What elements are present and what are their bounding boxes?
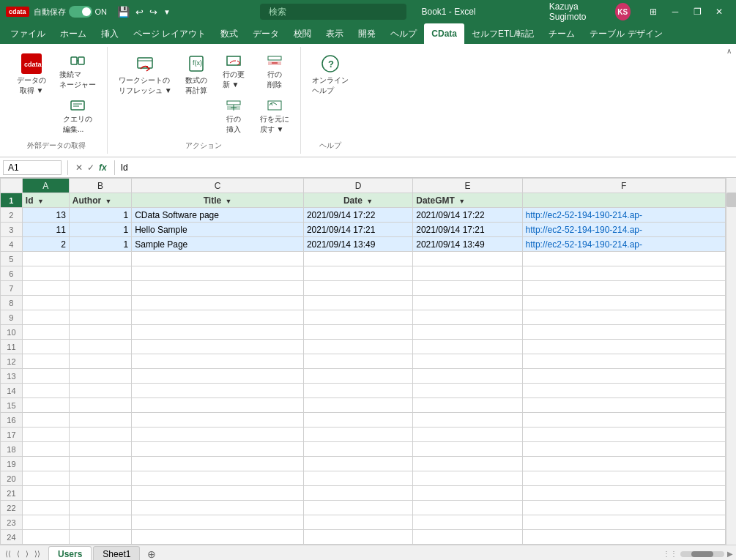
get-data-button[interactable]: cdata データの取得 ▼ bbox=[12, 50, 51, 100]
cell-b3[interactable]: 1 bbox=[69, 223, 131, 237]
id-filter-arrow[interactable]: ▼ bbox=[37, 198, 44, 205]
insert-row-button[interactable]: 行の挿入 bbox=[215, 94, 252, 138]
sheet-nav-prev[interactable]: ⟨ bbox=[15, 550, 22, 558]
undo-icon[interactable]: ↩ bbox=[135, 7, 144, 18]
refresh-new-button[interactable]: 行の更新 ▼ bbox=[215, 50, 252, 93]
cell-e4[interactable]: 2021/09/14 13:49 bbox=[413, 237, 522, 252]
grid-icon[interactable]: ⊞ bbox=[642, 0, 664, 23]
author-filter-arrow[interactable]: ▼ bbox=[105, 198, 112, 205]
row-header-2: 2 bbox=[1, 208, 23, 223]
svg-text:?: ? bbox=[328, 59, 334, 70]
col-header-c[interactable]: C bbox=[132, 179, 304, 193]
tab-data[interactable]: データ bbox=[245, 23, 286, 44]
sheet-nav-last[interactable]: ⟩⟩ bbox=[32, 550, 42, 558]
title-text: Book1 - Excel bbox=[421, 7, 475, 17]
col-header-d[interactable]: D bbox=[303, 179, 412, 193]
horizontal-scroll[interactable]: ⋮⋮ ▶ bbox=[663, 550, 733, 558]
restore-row-button[interactable]: 行を元に戻す ▼ bbox=[255, 94, 294, 138]
col-header-f[interactable]: F bbox=[522, 179, 725, 193]
cell-e1[interactable]: DateGMT ▼ bbox=[413, 193, 522, 208]
autosave-toggle[interactable] bbox=[69, 6, 92, 18]
delete-row-button[interactable]: 行の削除 bbox=[255, 50, 294, 93]
tab-formulas[interactable]: 数式 bbox=[213, 23, 245, 44]
save-icon[interactable]: 💾 bbox=[117, 6, 130, 18]
cell-e3[interactable]: 2021/09/14 17:21 bbox=[413, 223, 522, 237]
group3-label: ヘルプ bbox=[307, 141, 354, 151]
minimize-button[interactable]: ─ bbox=[664, 0, 686, 23]
table-row: 10 bbox=[1, 325, 726, 340]
tab-cdata[interactable]: CData bbox=[424, 23, 464, 44]
cell-e2[interactable]: 2021/09/14 17:22 bbox=[413, 208, 522, 223]
scroll-right-icon[interactable]: ▶ bbox=[727, 550, 733, 558]
add-sheet-button[interactable]: ⊕ bbox=[141, 547, 162, 560]
cell-d4[interactable]: 2021/09/14 13:49 bbox=[303, 237, 412, 252]
row-header-3: 3 bbox=[1, 223, 23, 237]
title-bar-left: cdata 自動保存 ON 💾 ↩ ↪ ▼ bbox=[6, 6, 187, 18]
online-help-label: オンラインヘルプ bbox=[312, 75, 349, 96]
tab-help[interactable]: ヘルプ bbox=[383, 23, 424, 44]
row-header-1: 1 bbox=[1, 193, 23, 208]
table-row: 23 bbox=[1, 515, 726, 530]
connections-button[interactable]: 接続マネージャー bbox=[54, 50, 101, 93]
cancel-formula-icon[interactable]: ✕ bbox=[75, 163, 83, 173]
cell-c1[interactable]: Title ▼ bbox=[132, 193, 304, 208]
col-header-a[interactable]: A bbox=[22, 179, 69, 193]
cell-d1[interactable]: Date ▼ bbox=[303, 193, 412, 208]
cell-c4[interactable]: Sample Page bbox=[132, 237, 304, 252]
cell-d3[interactable]: 2021/09/14 17:21 bbox=[303, 223, 412, 237]
rowdelete-icon bbox=[267, 53, 283, 69]
customize-icon[interactable]: ▼ bbox=[163, 8, 171, 16]
cell-reference-input[interactable] bbox=[3, 160, 62, 175]
sheet-nav-next[interactable]: ⟩ bbox=[23, 550, 31, 558]
tab-view[interactable]: 表示 bbox=[319, 23, 351, 44]
dategmt-filter-arrow[interactable]: ▼ bbox=[458, 198, 465, 205]
tab-pagelayout[interactable]: ページ レイアウト bbox=[126, 23, 213, 44]
cell-f1[interactable] bbox=[522, 193, 725, 208]
svg-rect-13 bbox=[227, 101, 240, 105]
title-filter-arrow[interactable]: ▼ bbox=[225, 198, 231, 205]
row-header: 9 bbox=[1, 310, 23, 325]
redo-icon[interactable]: ↪ bbox=[149, 7, 157, 18]
cell-c3[interactable]: Hello Sample bbox=[132, 223, 304, 237]
cell-a4[interactable]: 2 bbox=[22, 237, 69, 252]
date-filter-arrow[interactable]: ▼ bbox=[366, 198, 373, 205]
online-help-button[interactable]: ? オンラインヘルプ bbox=[307, 50, 354, 100]
restore-button[interactable]: ❐ bbox=[686, 0, 708, 23]
recalc-button[interactable]: f(x) 数式の再計算 bbox=[180, 50, 212, 100]
tab-tabledesign[interactable]: テーブル デザイン bbox=[582, 23, 669, 44]
queries-button[interactable]: クエリの編集... bbox=[54, 94, 101, 138]
tab-home[interactable]: ホーム bbox=[53, 23, 94, 44]
cell-f3[interactable]: http://ec2-52-194-190-214.ap- bbox=[522, 223, 725, 237]
tab-file[interactable]: ファイル bbox=[3, 23, 53, 44]
col-header-e[interactable]: E bbox=[413, 179, 522, 193]
cell-a1[interactable]: Id ▼ bbox=[22, 193, 69, 208]
tab-selfetl[interactable]: セルフETL/転記 bbox=[464, 23, 541, 44]
h-scroll-track[interactable] bbox=[680, 551, 724, 557]
close-button[interactable]: ✕ bbox=[708, 0, 730, 23]
cell-a3[interactable]: 11 bbox=[22, 223, 69, 237]
tab-review[interactable]: 校閲 bbox=[286, 23, 319, 44]
search-input[interactable] bbox=[260, 4, 406, 20]
formula-input[interactable] bbox=[118, 161, 733, 174]
cell-f2[interactable]: http://ec2-52-194-190-214.ap- bbox=[522, 208, 725, 223]
sheet-nav-first[interactable]: ⟨⟨ bbox=[3, 550, 13, 558]
cell-b1[interactable]: Author ▼ bbox=[69, 193, 131, 208]
cell-b4[interactable]: 1 bbox=[69, 237, 131, 252]
date-header: Date bbox=[343, 195, 363, 206]
col-header-b[interactable]: B bbox=[69, 179, 131, 193]
vertical-scrollbar[interactable] bbox=[726, 178, 736, 545]
tab-insert[interactable]: 挿入 bbox=[94, 23, 126, 44]
cell-a2[interactable]: 13 bbox=[22, 208, 69, 223]
sheet-tab-sheet1[interactable]: Sheet1 bbox=[93, 546, 140, 560]
cell-f4[interactable]: http://ec2-52-194-190-214.ap- bbox=[522, 237, 725, 252]
fx-icon[interactable]: fx bbox=[99, 163, 107, 173]
tab-developer[interactable]: 開発 bbox=[351, 23, 383, 44]
ribbon-collapse-button[interactable]: ∧ bbox=[724, 45, 735, 56]
cell-c2[interactable]: CData Software page bbox=[132, 208, 304, 223]
cell-b2[interactable]: 1 bbox=[69, 208, 131, 223]
sheet-tab-users[interactable]: Users bbox=[48, 546, 92, 560]
cell-d2[interactable]: 2021/09/14 17:22 bbox=[303, 208, 412, 223]
tab-team[interactable]: チーム bbox=[541, 23, 582, 44]
refresh-worksheet-button[interactable]: ワークシートのリフレッシュ ▼ bbox=[114, 50, 177, 100]
confirm-formula-icon[interactable]: ✓ bbox=[87, 163, 94, 173]
